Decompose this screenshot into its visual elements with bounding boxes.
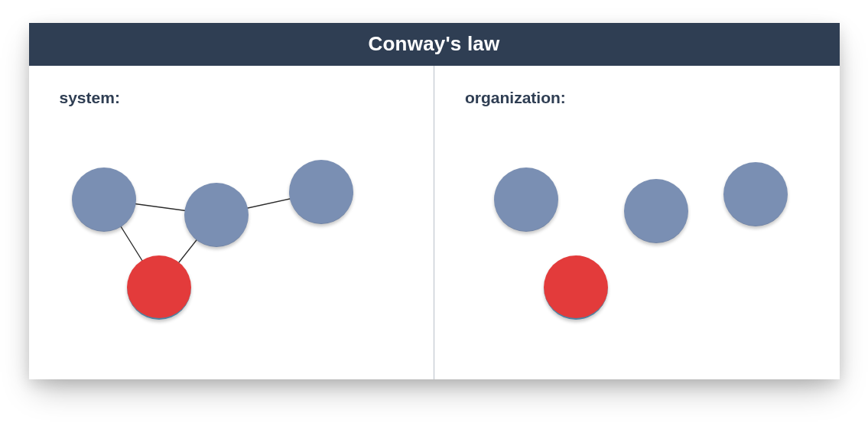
system-panel: system: [29, 66, 434, 379]
organization-nodes [434, 66, 840, 379]
system-nodes [29, 66, 434, 379]
organization-panel: organization: [434, 66, 840, 379]
graph-node [494, 167, 558, 232]
diagram-body: system: organization: [29, 66, 840, 379]
diagram-title: Conway's law [29, 23, 840, 66]
graph-node [723, 162, 788, 226]
graph-node [624, 179, 688, 243]
diagram-card: Conway's law system: organization: [29, 23, 840, 379]
graph-node [72, 167, 136, 232]
graph-node [544, 255, 608, 320]
graph-node [289, 160, 353, 224]
graph-node [127, 255, 191, 320]
graph-node [184, 183, 249, 247]
